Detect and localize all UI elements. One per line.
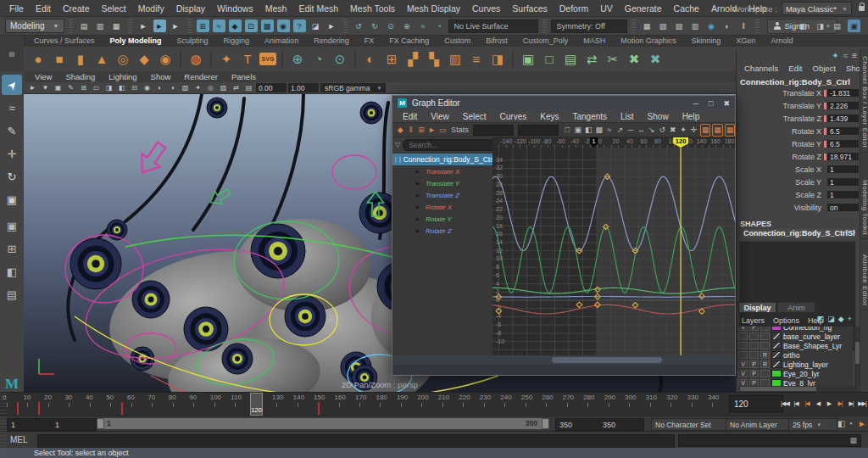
range-end-handle[interactable]: [542, 418, 549, 429]
plateau-tangent-icon[interactable]: ↺: [658, 125, 666, 136]
redo-history-icon[interactable]: ↻: [369, 20, 381, 32]
make-live-icon[interactable]: ◉: [277, 20, 290, 32]
layer-reference-cell[interactable]: R: [760, 351, 770, 359]
viewport-toolbar-icon-7[interactable]: ◧: [116, 83, 127, 93]
command-line-grip[interactable]: [0, 432, 7, 449]
viewport-menu-show[interactable]: Show: [145, 71, 177, 82]
highlight-selection-icon[interactable]: ►: [326, 20, 338, 32]
workspace-select[interactable]: Maya Classic* ▼: [782, 2, 852, 15]
free-weight-icon[interactable]: ✛: [689, 125, 698, 136]
poly-cone-icon[interactable]: ▲: [92, 50, 111, 69]
shelf-tab-poly-modeling[interactable]: Poly Modeling: [103, 36, 169, 47]
step-forward-frame-button[interactable]: ▶|: [846, 396, 856, 411]
auto-tangent-icon[interactable]: ▩: [594, 125, 603, 136]
status-separator[interactable]: [632, 20, 636, 33]
lattice-deform-icon[interactable]: ⊞: [417, 125, 426, 136]
shelf-tab-rendering[interactable]: Rendering: [307, 36, 356, 47]
channel-box-menu-object[interactable]: Object: [809, 64, 840, 75]
current-time-marker[interactable]: 120: [250, 393, 263, 416]
viewport-toolbar-icon-8[interactable]: ⊟: [129, 83, 140, 93]
insert-keys-icon[interactable]: ‖: [406, 125, 415, 136]
layer-playback-cell[interactable]: P: [749, 327, 759, 331]
step-forward-key-button[interactable]: ▶|: [835, 396, 845, 411]
graph-editor-menu-help[interactable]: Help: [676, 112, 707, 121]
quad-draw-icon[interactable]: ▣: [519, 50, 537, 69]
eyeball-mesh[interactable]: [184, 307, 228, 351]
break-tangent-icon[interactable]: ✖: [668, 125, 676, 136]
menu-display[interactable]: Display: [170, 0, 211, 17]
viewport-toolbar-icon-1[interactable]: ▼: [40, 83, 51, 93]
snap-point-icon[interactable]: ◆: [229, 20, 242, 32]
snap-curve-icon[interactable]: ≈: [213, 20, 225, 32]
retime-tool-icon[interactable]: ▭: [438, 125, 447, 136]
light-editor-icon[interactable]: ◐: [721, 20, 734, 32]
auto-keyframe-icon[interactable]: ◧: [837, 419, 845, 428]
attribute-value-visibility[interactable]: on: [827, 204, 859, 211]
menu-edit[interactable]: Edit: [30, 0, 57, 17]
graph-horizontal-scrollbar[interactable]: [492, 355, 735, 365]
move-layer-down-icon[interactable]: ◪: [827, 315, 835, 323]
viewport-toolbar-icon-5[interactable]: ▭: [91, 83, 102, 93]
shelf-tab-mash[interactable]: MASH: [576, 36, 612, 47]
shelf-tab-arnold[interactable]: Arnold: [764, 36, 799, 47]
layer-visible-cell[interactable]: [738, 342, 748, 349]
viewport-toolbar-icon-2[interactable]: ▣: [53, 83, 64, 93]
poly-plane-icon[interactable]: ◆: [135, 50, 153, 69]
menu-curves[interactable]: Curves: [466, 0, 506, 17]
graph-editor-menu-view[interactable]: View: [424, 112, 456, 121]
region-tool-icon[interactable]: ►: [427, 125, 436, 136]
step-tangent-icon[interactable]: ↘: [648, 125, 656, 136]
lasso-select-tool[interactable]: ≈: [2, 98, 22, 118]
move-layer-up-icon[interactable]: ◩: [817, 315, 825, 323]
go-to-start-button[interactable]: |◀◀: [780, 396, 790, 411]
channel-box-node-name[interactable]: Connection_rig:Body_S_Ctrl: [740, 77, 850, 87]
eyeball-mesh[interactable]: [207, 98, 227, 118]
menu-mesh[interactable]: Mesh: [259, 0, 293, 17]
play-forwards-button[interactable]: ▶: [824, 396, 834, 411]
layer-color-swatch[interactable]: [771, 327, 782, 331]
set-keyframe-clock-icon[interactable]: ◔: [309, 50, 328, 69]
tree-channel-rotate-x[interactable]: ►Rotate X: [392, 201, 492, 213]
graph-editor-menu-show[interactable]: Show: [641, 112, 676, 121]
attribute-value-rotate-x[interactable]: 6.5: [827, 127, 859, 135]
attribute-value-translate-x[interactable]: -1.831: [827, 89, 859, 97]
graph-editor-menu-curves[interactable]: Curves: [493, 112, 534, 121]
layout-persp-outliner[interactable]: ▤: [2, 284, 22, 304]
layer-editor-menu-layers[interactable]: Layers: [738, 316, 768, 325]
layer-visible-cell[interactable]: V: [738, 370, 748, 377]
layer-from-selected-icon[interactable]: +: [848, 315, 852, 323]
layer-color-swatch[interactable]: [771, 332, 782, 340]
render-view-icon[interactable]: ▦: [641, 20, 654, 32]
shelf-tab-motion-graphics[interactable]: Motion Graphics: [614, 36, 683, 47]
move-nearest-icon[interactable]: ◆: [396, 125, 404, 136]
graph-editor-window[interactable]: M Graph Editor ─□✖ EditViewSelectCurvesK…: [392, 95, 736, 376]
tree-channel-translate-z[interactable]: ►Translate Z: [392, 189, 492, 201]
playback-start-field[interactable]: [51, 418, 97, 431]
smooth-icon[interactable]: ▥: [446, 50, 465, 69]
layer-editor-tab-anim[interactable]: Anim: [777, 302, 815, 313]
snap-together-icon[interactable]: ?: [293, 20, 306, 32]
file-save-icon[interactable]: ▦: [110, 20, 123, 32]
viewport-toolbar-icon-10[interactable]: ◐: [154, 83, 165, 93]
eyeball-mesh[interactable]: [70, 238, 121, 289]
menu-edit-mesh[interactable]: Edit Mesh: [292, 0, 344, 17]
shelf-tab-rigging[interactable]: Rigging: [217, 36, 257, 47]
value-snap-icon[interactable]: ▦: [712, 124, 722, 137]
mel-output-field[interactable]: ▦: [678, 434, 861, 447]
status-separator[interactable]: [755, 20, 760, 33]
outliner-scrollbar[interactable]: [392, 355, 492, 365]
layer-reference-cell[interactable]: [760, 370, 770, 377]
lock-selection-icon[interactable]: ◪: [309, 20, 322, 32]
modeling-toolkit-dock-icon[interactable]: ◧: [797, 20, 810, 32]
viewport-toolbar-icon-3[interactable]: ✎: [65, 83, 76, 93]
stats-time-field[interactable]: [473, 125, 514, 136]
eyeball-mesh[interactable]: [360, 102, 382, 124]
current-frame-field[interactable]: [729, 395, 783, 412]
view-transform-select[interactable]: sRGB gamma▼: [320, 83, 386, 92]
layer-editor-menu-options[interactable]: Options: [770, 316, 803, 325]
menu-create[interactable]: Create: [57, 0, 96, 17]
history-c-icon[interactable]: ≈: [417, 20, 430, 32]
layer-row-base-shapes-lyr[interactable]: Base_Shapes_Lyr: [738, 341, 853, 350]
channel-box-dock-icon[interactable]: ▣: [848, 20, 860, 32]
layout-single-pane[interactable]: ▣: [2, 215, 22, 236]
